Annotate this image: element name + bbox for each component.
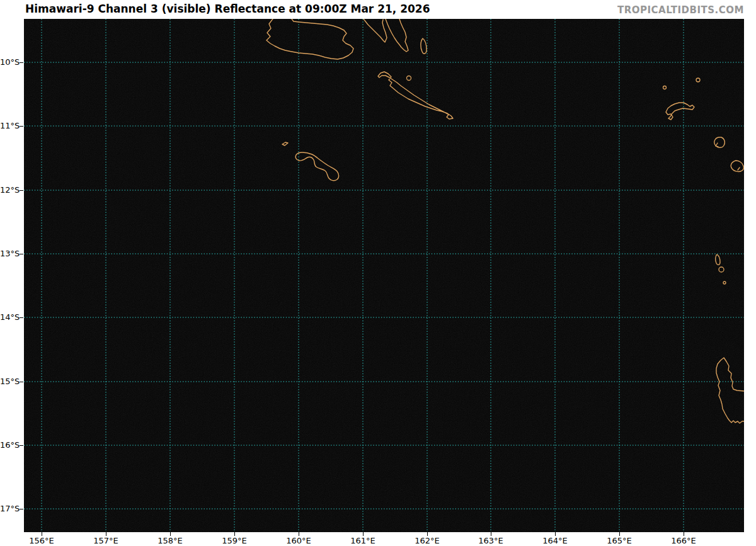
lat-tick-label: 16°S bbox=[0, 440, 19, 450]
lon-tick-label: 163°E bbox=[473, 536, 508, 545]
lon-tick-mark bbox=[170, 532, 171, 536]
lat-tick-mark bbox=[20, 190, 23, 191]
lon-tick-mark bbox=[299, 532, 299, 536]
lat-tick-mark bbox=[20, 445, 23, 446]
lon-tick-mark bbox=[106, 532, 106, 536]
lat-tick-label: 14°S bbox=[0, 312, 19, 322]
lon-tick-label: 158°E bbox=[152, 536, 188, 545]
lon-tick-label: 162°E bbox=[410, 536, 445, 545]
lon-tick-label: 164°E bbox=[537, 536, 573, 545]
lon-tick-label: 165°E bbox=[602, 536, 637, 545]
lon-tick-mark bbox=[619, 532, 620, 536]
satellite-map-canvas[interactable] bbox=[24, 19, 744, 532]
map-title: Himawari-9 Channel 3 (visible) Reflectan… bbox=[25, 3, 430, 15]
lat-tick-label: 15°S bbox=[0, 377, 19, 387]
lon-tick-label: 160°E bbox=[281, 536, 316, 545]
lat-tick-mark bbox=[20, 126, 23, 127]
lat-tick-mark bbox=[20, 62, 23, 63]
lat-tick-label: 13°S bbox=[0, 249, 19, 259]
lon-tick-mark bbox=[427, 532, 428, 536]
site-watermark: TROPICALTIDBITS.COM bbox=[617, 4, 744, 16]
lat-tick-mark bbox=[20, 317, 23, 318]
lat-tick-mark bbox=[20, 382, 23, 382]
lat-tick-mark bbox=[20, 254, 23, 254]
lon-tick-label: 156°E bbox=[24, 536, 59, 545]
lon-tick-mark bbox=[491, 532, 491, 536]
lat-tick-label: 10°S bbox=[0, 57, 19, 67]
lon-tick-mark bbox=[555, 532, 556, 536]
lon-tick-mark bbox=[42, 532, 42, 536]
lon-tick-mark bbox=[684, 532, 684, 536]
page: Himawari-9 Channel 3 (visible) Reflectan… bbox=[0, 0, 756, 546]
lon-tick-label: 161°E bbox=[345, 536, 381, 545]
lat-tick-mark bbox=[20, 509, 23, 509]
lon-tick-mark bbox=[234, 532, 235, 536]
satellite-map-svg bbox=[24, 19, 744, 532]
lat-tick-label: 17°S bbox=[0, 504, 19, 514]
lon-tick-mark bbox=[363, 532, 364, 536]
lat-tick-label: 11°S bbox=[0, 121, 19, 131]
lon-tick-label: 157°E bbox=[88, 536, 123, 545]
lon-tick-label: 159°E bbox=[217, 536, 252, 545]
lat-tick-label: 12°S bbox=[0, 185, 19, 195]
satellite-grain-texture bbox=[24, 19, 744, 532]
lon-tick-label: 166°E bbox=[666, 536, 701, 545]
